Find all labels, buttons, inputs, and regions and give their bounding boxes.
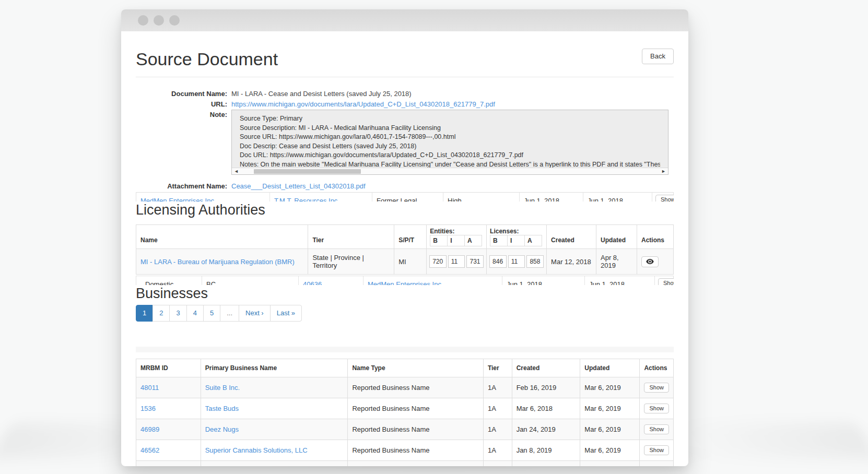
pagination-page-2[interactable]: 2	[153, 305, 170, 322]
created-cell: Mar 6, 2018	[512, 461, 580, 467]
business-name-cell: Superior Cannabis Solutions, LLC	[201, 440, 348, 461]
page-header: Source Document Back	[136, 49, 674, 69]
show-button[interactable]: Show	[644, 383, 669, 393]
note-line: Source URL: https://www.michigan.gov/lar…	[240, 133, 660, 142]
clipped-table-row-middle: Domestic BC 40636 MedMen Enterprises Inc…	[136, 276, 674, 285]
document-name-row: Document Name: MI - LARA - Cease and Des…	[136, 89, 674, 99]
business-name-cell: Taste Buds	[201, 398, 348, 419]
document-note-row: Note: Source Type: Primary Source Descri…	[136, 110, 674, 175]
mrbm-id-cell: 1536	[136, 398, 201, 419]
column-header-mrbm-id: MRBM ID	[136, 359, 201, 377]
authority-name-cell: MI - LARA - Bureau of Marijuana Regulati…	[136, 249, 308, 275]
pagination-next[interactable]: Next ›	[239, 305, 271, 322]
column-header-tier: Tier	[308, 225, 394, 249]
business-name-link[interactable]: Deez Nugs	[205, 425, 239, 433]
mrbm-id-link[interactable]: 1536	[140, 405, 156, 412]
pagination-page-5[interactable]: 5	[203, 305, 220, 322]
region-cell: BC	[202, 276, 298, 285]
entities-group-label: Entities:	[430, 228, 454, 235]
business-name-link[interactable]: T.M.T. Resources Inc.	[269, 193, 372, 202]
mrbm-id-cell: 48011	[136, 377, 201, 398]
name-type-cell: Reported Business Name	[348, 419, 484, 440]
entities-values-cell: 720 11 731	[427, 249, 487, 275]
business-name-link[interactable]: Suite B Inc.	[205, 384, 240, 392]
note-box[interactable]: Source Type: Primary Source Description:…	[231, 110, 668, 175]
subcolumn-b: B	[430, 235, 448, 246]
table-row: Domestic BC 40636 MedMen Enterprises Inc…	[136, 276, 674, 285]
name-type-cell: Reported Business Name	[348, 398, 484, 419]
pagination-page-3[interactable]: 3	[169, 305, 186, 322]
note-line: Doc URL: https://www.michigan.gov/docume…	[240, 151, 660, 160]
licensing-authorities-heading: Licensing Authorities	[136, 202, 674, 218]
attachment-row: Attachment Name: Cease___Desist_Letters_…	[136, 181, 674, 191]
subcolumn-a: A	[524, 235, 542, 246]
show-button[interactable]: Show	[644, 445, 669, 455]
business-row: 46562 Superior Cannabis Solutions, LLC R…	[136, 440, 674, 461]
businesses-heading: Businesses	[136, 285, 674, 302]
page-title: Source Document	[136, 49, 278, 69]
note-line: Source Type: Primary	[240, 114, 660, 124]
back-button[interactable]: Back	[642, 49, 674, 64]
created-cell: Jan 8, 2019	[512, 440, 580, 461]
licenses-subheader: B I A	[490, 235, 543, 246]
business-name-link[interactable]: Superior Cannabis Solutions, LLC	[205, 446, 308, 454]
scroll-left-arrow-icon[interactable]: ◄	[234, 168, 239, 174]
document-url-link[interactable]: https://www.michigan.gov/documents/lara/…	[231, 99, 495, 109]
show-button[interactable]: Show	[644, 404, 669, 413]
show-button[interactable]: Show	[644, 424, 669, 434]
businesses-pagination: 1 2 3 4 5 ... Next › Last »	[136, 305, 302, 322]
business-link[interactable]: MedMen Enterprises Inc.	[363, 276, 502, 285]
created-cell: Mar 12, 2018	[547, 249, 596, 275]
licenses-group-label: Licenses:	[490, 228, 519, 235]
business-row: 1536 Taste Buds Reported Business Name 1…	[136, 398, 674, 419]
scrollbar-thumb[interactable]	[254, 169, 361, 174]
table-header-row: MRBM ID Primary Business Name Name Type …	[136, 359, 674, 377]
clipped-table-row-top: MedMen Enterprises Inc. T.M.T. Resources…	[136, 192, 674, 202]
document-name-label: Document Name:	[136, 89, 227, 99]
business-name-link[interactable]: Taste Buds	[205, 405, 239, 412]
created-cell: Jun 1, 2018	[519, 193, 583, 202]
actions-cell: Show	[652, 193, 674, 202]
pagination-ellipsis: ...	[220, 305, 239, 322]
subcolumn-b: B	[490, 235, 508, 246]
updated-cell: Mar 6, 2019	[580, 419, 640, 440]
table-header-row: Name Tier S/P/T Entities: B I A Licenses…	[136, 225, 674, 249]
note-horizontal-scrollbar[interactable]: ◄ ►	[232, 168, 668, 174]
licenses-a-value: 858	[526, 255, 544, 268]
authority-link[interactable]: MI - LARA - Bureau of Marijuana Regulati…	[140, 258, 295, 266]
id-link[interactable]: 40636	[298, 276, 363, 285]
created-cell: Jan 24, 2019	[512, 419, 580, 440]
eye-icon	[646, 258, 654, 266]
licensing-authorities-table: Name Tier S/P/T Entities: B I A Licenses…	[136, 224, 674, 275]
column-header-licenses: Licenses: B I A	[487, 225, 547, 249]
tier-cell: 1A	[483, 461, 512, 467]
table-row: MedMen Enterprises Inc. T.M.T. Resources…	[136, 192, 674, 202]
browser-window: Source Document Back Document Name: MI -…	[121, 9, 688, 466]
note-line: Source Description: MI - LARA - Medical …	[240, 124, 660, 133]
tier-cell: 1A	[483, 440, 512, 461]
confidence-cell: High	[443, 193, 519, 202]
tier-cell: 1A	[483, 398, 512, 419]
mrbm-id-cell: 46562	[136, 440, 201, 461]
mrbm-id-link[interactable]: 46989	[140, 425, 159, 433]
pagination-page-4[interactable]: 4	[186, 305, 204, 322]
mrbm-id-link[interactable]: 48011	[140, 384, 159, 392]
pagination-last[interactable]: Last »	[270, 305, 302, 322]
show-button[interactable]: Show	[658, 278, 674, 285]
entities-subheader: B I A	[430, 235, 483, 246]
licensing-authority-row: MI - LARA - Bureau of Marijuana Regulati…	[136, 249, 674, 275]
window-titlebar	[121, 9, 688, 31]
scroll-right-arrow-icon[interactable]: ►	[661, 168, 666, 174]
subcolumn-a: A	[464, 235, 482, 246]
pagination-page-1[interactable]: 1	[136, 305, 153, 322]
entities-values: 720 11 731	[429, 255, 484, 268]
licenses-b-value: 846	[489, 255, 507, 268]
mrbm-id-link[interactable]: 46562	[140, 446, 159, 454]
view-button[interactable]	[641, 256, 659, 267]
mrbm-id-cell: 46989	[136, 419, 201, 440]
attachment-link[interactable]: Cease___Desist_Letters_List_04302018.pdf	[231, 181, 366, 191]
business-link[interactable]: MedMen Enterprises Inc.	[136, 193, 269, 202]
document-url-row: URL: https://www.michigan.gov/documents/…	[136, 99, 674, 109]
subcolumn-i: I	[507, 235, 525, 246]
show-button[interactable]: Show	[655, 195, 674, 202]
